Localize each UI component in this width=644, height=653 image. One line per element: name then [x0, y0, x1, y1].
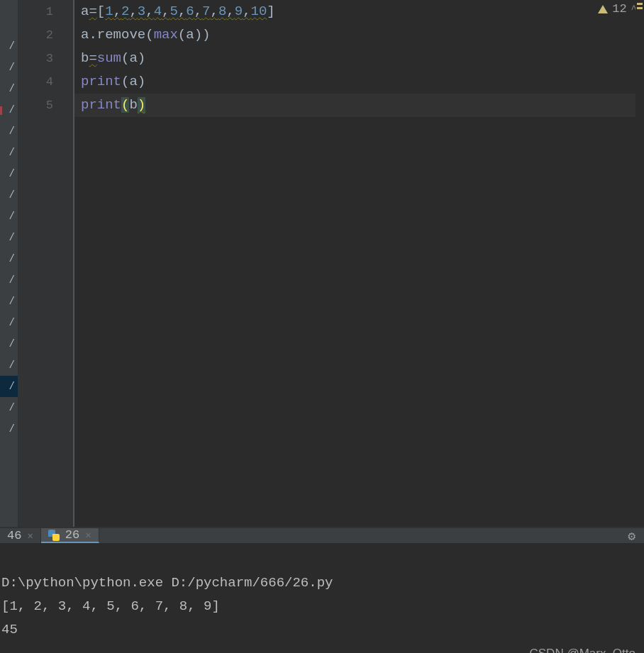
console-output: [1, 2, 3, 4, 5, 6, 7, 8, 9]: [1, 598, 220, 614]
project-tree[interactable]: / / / / / / / / / / / / / / / / / / / ch…: [0, 0, 18, 527]
code-line[interactable]: print(a): [81, 70, 644, 94]
line-number: 5: [18, 94, 73, 117]
tree-item[interactable]: /: [0, 184, 18, 206]
tree-item[interactable]: /: [0, 397, 18, 418]
tree-item[interactable]: /: [0, 355, 18, 376]
tree-item[interactable]: /: [0, 163, 18, 184]
tree-item[interactable]: /: [0, 99, 18, 121]
code-line[interactable]: b=sum(a): [81, 47, 644, 70]
tree-item[interactable]: /: [0, 206, 18, 227]
line-number-gutter: 1 2 3 4 5: [18, 0, 74, 527]
tree-item[interactable]: /: [0, 418, 18, 440]
tree-item[interactable]: /: [0, 227, 18, 248]
line-number: 3: [18, 47, 73, 70]
run-tab-active[interactable]: 26 ✕: [41, 528, 99, 543]
tree-item[interactable]: /: [0, 57, 18, 78]
python-icon: [48, 530, 60, 541]
code-editor[interactable]: 1 2 3 4 5 a=[1,2,3,4,5,6,7,8,9,10] a.rem…: [18, 0, 644, 527]
code-line[interactable]: a=[1,2,3,4,5,6,7,8,9,10]: [81, 0, 644, 23]
gear-icon[interactable]: ⚙: [628, 528, 635, 544]
tree-item[interactable]: /: [0, 248, 18, 269]
line-number: 1: [18, 0, 73, 23]
close-icon[interactable]: ✕: [27, 530, 33, 542]
warning-count: 12: [612, 2, 626, 16]
tree-item[interactable]: /: [0, 269, 18, 291]
watermark: CSDN @Marx_Otto: [529, 642, 635, 653]
tree-item[interactable]: ch.p: [0, 440, 18, 459]
warning-icon: [598, 5, 608, 13]
tree-item[interactable]: /: [0, 312, 18, 333]
code-line-current[interactable]: print(b): [74, 94, 644, 117]
inspection-widget[interactable]: 12 ^: [598, 2, 637, 16]
tab-label: 26: [65, 528, 79, 542]
stripe-mark[interactable]: [637, 3, 643, 5]
run-tab[interactable]: 46 ✕: [0, 528, 41, 543]
close-icon[interactable]: ✕: [85, 529, 91, 541]
line-number: 4: [18, 70, 73, 94]
tree-item[interactable]: /: [0, 333, 18, 355]
run-tab-bar: 46 ✕ 26 ✕ ⚙: [0, 528, 644, 544]
tree-item-selected[interactable]: /: [0, 376, 18, 397]
tree-item[interactable]: /: [0, 142, 18, 163]
tree-item[interactable]: /: [0, 291, 18, 312]
stripe-mark[interactable]: [637, 7, 643, 9]
code-area[interactable]: a=[1,2,3,4,5,6,7,8,9,10] a.remove(max(a)…: [74, 0, 644, 527]
project-tree-items: / / / / / / / / / / / / / / / / / / / ch…: [0, 35, 18, 514]
tree-item[interactable]: /: [0, 121, 18, 142]
tree-item[interactable]: /: [0, 35, 18, 57]
console-command: D:\python\python.exe D:/pycharm/666/26.p…: [1, 575, 333, 591]
console-output: 45: [1, 622, 18, 637]
line-number: 2: [18, 23, 73, 47]
code-line[interactable]: a.remove(max(a)): [81, 23, 644, 47]
editor-pane: / / / / / / / / / / / / / / / / / / / ch…: [0, 0, 644, 527]
tree-item[interactable]: 和扫: [0, 494, 18, 514]
error-stripe[interactable]: [635, 0, 644, 527]
run-console[interactable]: D:\python\python.exe D:/pycharm/666/26.p…: [0, 544, 644, 653]
tree-item[interactable]: py: [0, 459, 18, 479]
tab-label: 46: [7, 529, 21, 542]
tree-item[interactable]: /: [0, 78, 18, 99]
